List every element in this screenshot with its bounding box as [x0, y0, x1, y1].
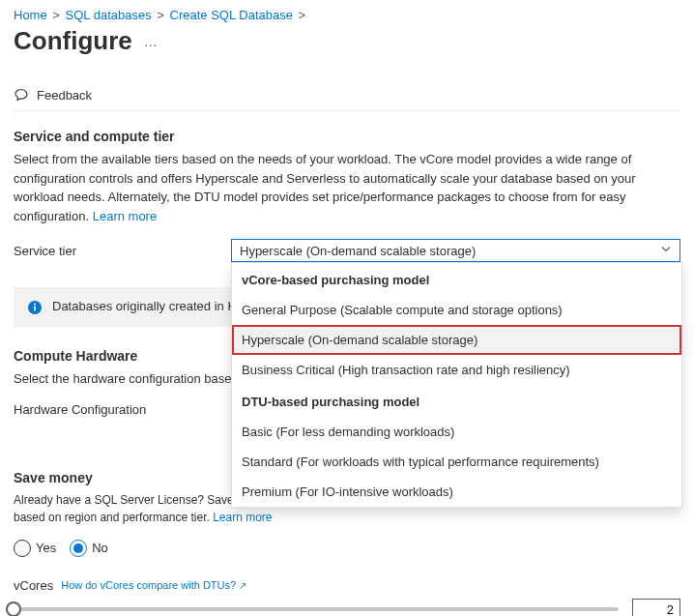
radio-yes[interactable]: Yes — [14, 540, 56, 557]
breadcrumb-home[interactable]: Home — [14, 8, 47, 22]
radio-icon — [70, 540, 87, 557]
more-actions-button[interactable]: … — [144, 34, 158, 49]
service-tier-label: Service tier — [14, 244, 231, 258]
vcores-help-link[interactable]: How do vCores compare with DTUs? ↗ — [61, 579, 246, 591]
option-hyperscale[interactable]: Hyperscale (On-demand scalable storage) — [232, 325, 681, 355]
chevron-right-icon: > — [299, 8, 306, 22]
service-tier-select[interactable]: Hyperscale (On-demand scalable storage) — [231, 239, 680, 262]
service-tier-dropdown: vCore-based purchasing model General Pur… — [231, 262, 682, 508]
vcores-slider[interactable] — [14, 607, 619, 611]
page-title: Configure — [14, 26, 132, 56]
breadcrumb: Home > SQL databases > Create SQL Databa… — [14, 8, 680, 22]
info-icon — [27, 300, 43, 315]
save-money-learn-more-link[interactable]: Learn more — [213, 511, 272, 524]
option-premium[interactable]: Premium (For IO-intensive workloads) — [232, 477, 681, 507]
feedback-label: Feedback — [37, 88, 92, 103]
radio-no[interactable]: No — [70, 540, 108, 557]
svg-rect-1 — [34, 307, 36, 311]
vcores-input[interactable] — [632, 599, 680, 617]
breadcrumb-create-sql-database[interactable]: Create SQL Database — [170, 8, 293, 22]
section-desc-tier: Select from the available tiers based on… — [14, 150, 680, 225]
chevron-right-icon: > — [157, 8, 164, 22]
feedback-icon — [14, 87, 29, 103]
dropdown-group-vcore: vCore-based purchasing model — [232, 263, 681, 295]
option-basic[interactable]: Basic (For less demanding workloads) — [232, 417, 681, 447]
external-link-icon: ↗ — [239, 580, 246, 591]
option-standard[interactable]: Standard (For workloads with typical per… — [232, 447, 681, 477]
chevron-right-icon: > — [52, 8, 60, 22]
slider-thumb-icon[interactable] — [6, 601, 21, 616]
hardware-config-label: Hardware Configuration — [14, 402, 231, 417]
chevron-down-icon — [660, 244, 672, 258]
radio-yes-label: Yes — [36, 541, 56, 555]
svg-point-2 — [34, 304, 36, 306]
tier-learn-more-link[interactable]: Learn more — [93, 209, 157, 223]
service-tier-selected-value: Hyperscale (On-demand scalable storage) — [240, 244, 476, 258]
option-business-critical[interactable]: Business Critical (High transaction rate… — [232, 355, 681, 385]
section-heading-tier: Service and compute tier — [14, 129, 680, 144]
feedback-button[interactable]: Feedback — [14, 79, 680, 111]
breadcrumb-sql-databases[interactable]: SQL databases — [66, 8, 152, 22]
dropdown-group-dtu: DTU-based purchasing model — [232, 385, 681, 417]
vcores-label: vCores — [14, 578, 53, 593]
radio-no-label: No — [92, 541, 108, 555]
radio-icon — [14, 540, 31, 557]
option-general-purpose[interactable]: General Purpose (Scalable compute and st… — [232, 295, 681, 325]
